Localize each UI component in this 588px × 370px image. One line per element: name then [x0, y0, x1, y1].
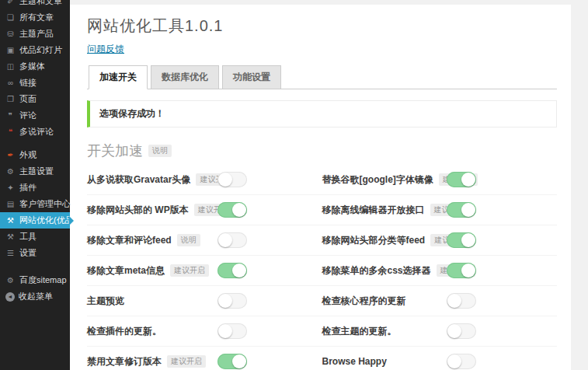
setting-label: 检查核心程序的更新: [322, 295, 406, 308]
sidebar-item-页面[interactable]: ❐页面: [0, 91, 70, 107]
setting-toggle[interactable]: [447, 354, 476, 369]
setting-hint-badge: 建议开启: [170, 264, 209, 277]
sidebar-item-label: 工具: [19, 231, 37, 243]
toggle-knob: [461, 233, 475, 247]
sidebar-item-label: 主题和文章: [19, 0, 62, 7]
setting-row: 检查插件的更新。检查主题的更新。: [87, 316, 557, 347]
setting-row: 移除网站头部的 WP版本建议开启移除离线编辑器开放接口建议开启: [87, 195, 557, 225]
setting-hint-badge: 说明: [177, 234, 200, 246]
setting-toggle[interactable]: [217, 202, 247, 218]
sidebar-item-主题设置[interactable]: ⚙主题设置: [0, 163, 70, 180]
sidebar-item-多媒体[interactable]: ◫多媒体: [0, 58, 70, 75]
setting-cell: 主题预览: [87, 286, 322, 316]
toggle-knob: [447, 354, 461, 368]
slides-icon: ▣: [5, 45, 16, 55]
sidebar-item-插件[interactable]: ✦插件: [0, 180, 70, 196]
sidebar-item-label: 链接: [19, 77, 37, 89]
tab-功能设置[interactable]: 功能设置: [222, 65, 281, 89]
tab-bar: 加速开关数据库优化功能设置: [87, 65, 557, 89]
sidebar-item-设置[interactable]: ☰设置: [0, 245, 70, 261]
setting-toggle[interactable]: [447, 263, 476, 278]
setting-toggle[interactable]: [217, 354, 247, 369]
sidebar-item-label: 多说评论: [19, 126, 54, 138]
sidebar-item-label: 所有文章: [19, 12, 54, 23]
sidebar-item-主题和文章[interactable]: ✐主题和文章: [0, 0, 70, 9]
tools-icon: ⚒: [5, 232, 16, 242]
setting-label: 移除菜单的多余css选择器: [322, 264, 431, 278]
setting-cell: 检查主题的更新。: [322, 316, 558, 346]
toggle-knob: [232, 203, 246, 217]
tab-加速开关[interactable]: 加速开关: [89, 65, 148, 89]
setting-toggle[interactable]: [447, 293, 476, 309]
setting-label: 禁用文章修订版本: [87, 355, 162, 368]
setting-label: 替换谷歌[google]字体镜像: [322, 173, 433, 187]
sidebar-item-label: 收起菜单: [19, 291, 53, 302]
clipboard-icon: ▤: [5, 199, 16, 209]
setting-cell: 检查插件的更新。: [87, 316, 322, 346]
setting-label: 检查插件的更新。: [87, 325, 162, 338]
toggle-knob: [232, 264, 246, 278]
setting-cell: 移除网站头部分类等feed建议开启: [322, 225, 558, 255]
feedback-link[interactable]: 问题反馈: [87, 43, 124, 56]
sidebar-item-多说评论[interactable]: ❝多说评论: [0, 124, 70, 140]
setting-cell: 移除离线编辑器开放接口建议开启: [322, 195, 558, 225]
setting-hint-badge: 建议开启: [167, 355, 206, 368]
appearance-icon: ✒: [5, 150, 16, 160]
setting-toggle[interactable]: [217, 323, 247, 339]
sidebar-item-工具[interactable]: ⚒工具: [0, 229, 70, 245]
setting-toggle[interactable]: [447, 232, 476, 248]
section-header: 开关加速 说明: [87, 141, 557, 160]
sidebar-item-label: 多媒体: [19, 61, 45, 72]
setting-label: 移除文章和评论feed: [87, 234, 172, 247]
setting-toggle[interactable]: [447, 172, 476, 187]
sidebar-item-label: 主题产品: [19, 28, 54, 40]
comments-icon: ❞: [5, 110, 16, 120]
sidebar-item-评论[interactable]: ❞评论: [0, 107, 70, 124]
setting-toggle[interactable]: [447, 202, 476, 218]
sidebar-group: ⚙百度sitemap◄收起菜单: [0, 272, 70, 305]
sidebar-item-label: 优品幻灯片: [19, 44, 62, 56]
sidebar-item-外观[interactable]: ✒外观: [0, 147, 70, 163]
sidebar-item-百度sitemap[interactable]: ⚙百度sitemap: [0, 272, 70, 288]
setting-toggle[interactable]: [217, 263, 247, 278]
setting-cell: 移除文章和评论feed说明: [87, 225, 322, 255]
setting-label: Browse Happy: [322, 356, 387, 367]
sidebar-item-链接[interactable]: ∞链接: [0, 75, 70, 91]
setting-cell: 移除文章meta信息建议开启: [87, 256, 322, 285]
section-help-badge[interactable]: 说明: [148, 145, 172, 157]
sidebar-item-label: 设置: [19, 247, 37, 259]
success-notice: 选项保存成功！: [87, 100, 557, 127]
setting-toggle[interactable]: [217, 172, 247, 187]
sidebar-item-主题产品[interactable]: ⛁主题产品: [0, 26, 70, 42]
pages-icon: ❐: [5, 94, 16, 104]
tab-数据库优化[interactable]: 数据库优化: [151, 65, 219, 89]
toggle-knob: [218, 233, 232, 247]
settings-icon: ☰: [5, 248, 16, 258]
sidebar-item-收起菜单[interactable]: ◄收起菜单: [0, 288, 70, 305]
setting-label: 检查主题的更新。: [322, 325, 397, 338]
wrench-icon: ⚒: [5, 215, 16, 225]
notice-text: 选项保存成功！: [99, 108, 165, 119]
sidebar-item-label: 评论: [19, 110, 37, 121]
toggle-knob: [461, 264, 475, 278]
plugin-icon: ✦: [5, 183, 16, 193]
sidebar-item-优品幻灯片[interactable]: ▣优品幻灯片: [0, 42, 70, 58]
sidebar-item-网站优化(优品版)[interactable]: ⚒网站优化(优品版): [0, 212, 70, 229]
setting-cell: 禁用文章修订版本建议开启: [87, 347, 322, 370]
setting-label: 从多说获取Gravatar头像: [87, 173, 190, 187]
media-icon: ◫: [5, 61, 16, 72]
sidebar-item-label: 网站优化(优品版): [19, 215, 85, 226]
setting-cell: 移除菜单的多余css选择器建议开启: [322, 256, 558, 285]
setting-toggle[interactable]: [217, 232, 247, 248]
toggle-knob: [218, 173, 232, 187]
setting-toggle[interactable]: [447, 323, 476, 339]
toggle-knob: [232, 354, 246, 368]
admin-sidebar: ✐主题和文章❏所有文章⛁主题产品▣优品幻灯片◫多媒体∞链接❐页面❞评论❝多说评论…: [0, 0, 70, 370]
sidebar-item-所有文章[interactable]: ❏所有文章: [0, 9, 70, 26]
sidebar-item-label: 插件: [19, 182, 37, 194]
cart-icon: ⛁: [5, 29, 16, 39]
setting-row: 从多说获取Gravatar头像建议开启替换谷歌[google]字体镜像建议开启: [87, 165, 557, 195]
sidebar-item-客户管理中心[interactable]: ▤客户管理中心: [0, 196, 70, 212]
setting-toggle[interactable]: [217, 293, 247, 309]
setting-label: 移除离线编辑器开放接口: [322, 204, 425, 217]
